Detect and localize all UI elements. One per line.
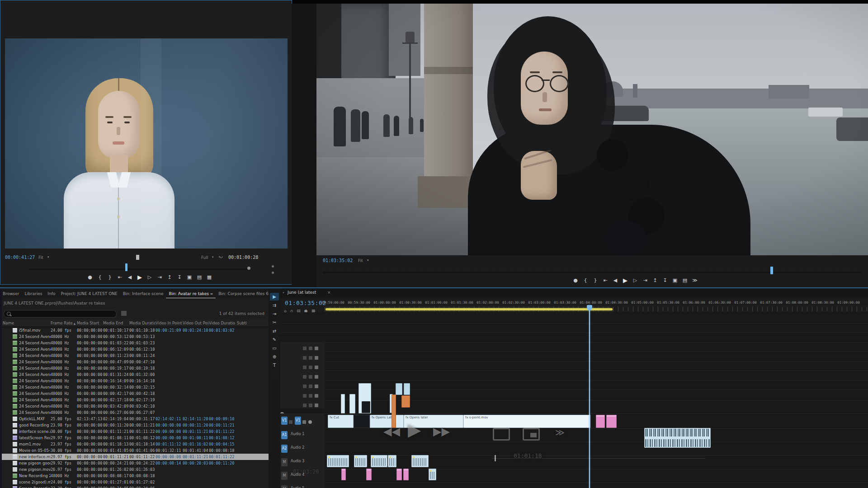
- insert-button[interactable]: ↥: [165, 273, 175, 282]
- lock-icon[interactable]: [303, 347, 307, 350]
- table-row[interactable]: mom1.mov23.97 fps00:00:00:0000:01:18:130…: [0, 441, 269, 447]
- close-icon[interactable]: ×: [327, 290, 331, 295]
- column-header-3[interactable]: Media End: [103, 321, 129, 325]
- video-clip[interactable]: [392, 394, 396, 428]
- slip-tool[interactable]: ⇄: [270, 327, 279, 335]
- scrubber-handle[interactable]: [247, 267, 250, 270]
- audio-clip[interactable]: [388, 455, 396, 467]
- toggle-icon[interactable]: [309, 404, 312, 407]
- track-enable-v1[interactable]: V1: [295, 417, 301, 425]
- zoom-handle-icon[interactable]: [272, 272, 274, 274]
- program-video-frame[interactable]: [316, 4, 868, 255]
- column-header-7[interactable]: Video Duration: [209, 321, 235, 325]
- bin-tab-2[interactable]: Info: [45, 290, 58, 298]
- go-to-out-button[interactable]: ⇥: [155, 273, 165, 282]
- audio-clip[interactable]: [396, 469, 402, 480]
- selection-tool[interactable]: ▶: [270, 293, 279, 300]
- export-frame-button[interactable]: ▣: [670, 277, 680, 286]
- table-row[interactable]: 24 Second Avenue 252.m4a48000 Hz00:00:00…: [0, 333, 269, 340]
- column-header-2[interactable]: Media Start: [77, 321, 103, 325]
- table-row[interactable]: 24 Second Avenue 296.m4a48000 Hz00:00:00…: [0, 403, 269, 409]
- lock-icon[interactable]: [289, 420, 292, 424]
- monitor-icon[interactable]: [315, 347, 318, 350]
- audio-clip[interactable]: [341, 469, 346, 480]
- extract-button[interactable]: ↧: [660, 277, 670, 286]
- type-tool[interactable]: T: [270, 361, 279, 369]
- audio-clip[interactable]: [606, 415, 617, 428]
- video-track-header[interactable]: [280, 352, 325, 361]
- video-track-header[interactable]: [280, 342, 325, 352]
- mark-in-button[interactable]: {: [95, 273, 105, 282]
- bin-tab-3[interactable]: Project: JUNE 4 LATEST ONE: [58, 290, 120, 298]
- table-row[interactable]: OptickLL.MXF25.00 fps02:13:47:1302:14:19…: [0, 416, 269, 422]
- lift-button[interactable]: ↥: [650, 277, 660, 286]
- program-scrubber[interactable]: [323, 267, 862, 273]
- source-scrubber[interactable]: [28, 264, 248, 270]
- table-row[interactable]: 24 Second Avenue 281.m4a48000 Hz00:00:00…: [0, 378, 269, 384]
- table-row[interactable]: new interface.mp429.97 fps00:00:00:0000:…: [0, 454, 269, 460]
- table-row[interactable]: 24 Second Avenue 254.m4a48000 Hz00:00:00…: [0, 346, 269, 352]
- source-patch-A1[interactable]: A1: [281, 431, 288, 439]
- zoom-handle-icon[interactable]: [272, 265, 274, 267]
- audio-clip[interactable]: [366, 469, 372, 480]
- table-row[interactable]: 24 Second Avenue 275.m4a48000 Hz00:00:00…: [0, 365, 269, 371]
- audio-clip[interactable]: [354, 455, 367, 467]
- audio-clip[interactable]: [411, 455, 429, 467]
- column-header-4[interactable]: Media Duration: [129, 321, 156, 325]
- video-clip[interactable]: fx Cut: [328, 415, 354, 428]
- more-button[interactable]: ≫: [690, 277, 700, 286]
- video-clip[interactable]: [404, 383, 410, 395]
- table-row[interactable]: New Recording 21.m4a48000 Hz00:00:00:000…: [0, 473, 269, 479]
- panel-menu-icon[interactable]: ≡: [209, 292, 213, 296]
- video-track-header[interactable]: [280, 371, 325, 380]
- lock-icon[interactable]: [303, 366, 307, 369]
- program-playhead-marker[interactable]: [770, 267, 773, 274]
- audio-clip[interactable]: [327, 455, 349, 467]
- step-back-button[interactable]: ◀: [125, 273, 135, 282]
- table-row[interactable]: good Recording 2021-05-0523.98 fps00:00:…: [0, 422, 269, 428]
- lock-icon[interactable]: [303, 375, 307, 379]
- audio-track-header[interactable]: A2Audio 2: [280, 442, 325, 456]
- program-fit-dropdown[interactable]: Fit: [358, 258, 363, 263]
- video-track-header[interactable]: [280, 361, 325, 371]
- timeline-tab[interactable]: June (at latest: [288, 290, 316, 295]
- video-clip[interactable]: [354, 415, 370, 428]
- video-clip[interactable]: [396, 383, 402, 395]
- video-clip[interactable]: [362, 401, 370, 413]
- program-timecode[interactable]: 01:03:35:02: [323, 258, 353, 263]
- audio-clip[interactable]: [596, 415, 605, 428]
- audio-track-header[interactable]: MAudio 3: [280, 455, 325, 469]
- pen-tool[interactable]: ✎: [270, 336, 279, 343]
- column-header-1[interactable]: Frame Rate ▲: [51, 321, 77, 325]
- project-panel[interactable]: BrowserLibrariesInfoProject: JUNE 4 LATE…: [0, 289, 269, 488]
- table-row[interactable]: 24 Second Avenue 293.m4a48000 Hz00:00:00…: [0, 397, 269, 403]
- column-header-6[interactable]: Video Out Point: [183, 321, 209, 325]
- column-header-8[interactable]: Subti: [237, 321, 263, 325]
- table-row[interactable]: 24 Second Avenue 317.m4a48000 Hz00:00:00…: [0, 409, 269, 416]
- table-row[interactable]: new pigeon.mov26.97 fps00:00:00:0000:01:…: [0, 466, 269, 473]
- bin-tab-0[interactable]: Browser: [0, 290, 22, 298]
- source-scale-dropdown[interactable]: Full: [201, 255, 208, 260]
- source-playhead-marker[interactable]: [125, 263, 127, 271]
- toggle-icon[interactable]: [309, 347, 312, 350]
- table-row[interactable]: 24 Second Avenue 267.m4a48000 Hz00:00:00…: [0, 352, 269, 359]
- toggle-icon[interactable]: [309, 375, 312, 379]
- comparison-button[interactable]: ▤: [680, 277, 690, 286]
- timeline-playhead-head[interactable]: [587, 305, 592, 310]
- source-video-frame[interactable]: [5, 38, 288, 249]
- toggle-icon[interactable]: [309, 385, 312, 388]
- add-marker-button[interactable]: ●: [571, 277, 580, 286]
- source-patch-v1[interactable]: V1: [281, 417, 288, 425]
- column-header-0[interactable]: Name: [3, 321, 48, 325]
- comparison-button[interactable]: ▤: [194, 273, 204, 282]
- audio-track-header[interactable]: MAudio 5: [280, 483, 325, 488]
- audio-clip[interactable]: [403, 469, 409, 480]
- track-select-forward-tool[interactable]: ⇉: [270, 301, 279, 309]
- video-track-header[interactable]: [280, 380, 325, 390]
- track-chip[interactable]: M: [281, 485, 288, 488]
- audio-clip[interactable]: [644, 428, 711, 448]
- table-row[interactable]: new pigeon good.mov29.92 fps00:00:00:000…: [0, 460, 269, 466]
- settings-button[interactable]: ▦: [204, 273, 214, 282]
- video-track-header[interactable]: [280, 399, 325, 409]
- step-forward-button[interactable]: ▷: [630, 277, 640, 286]
